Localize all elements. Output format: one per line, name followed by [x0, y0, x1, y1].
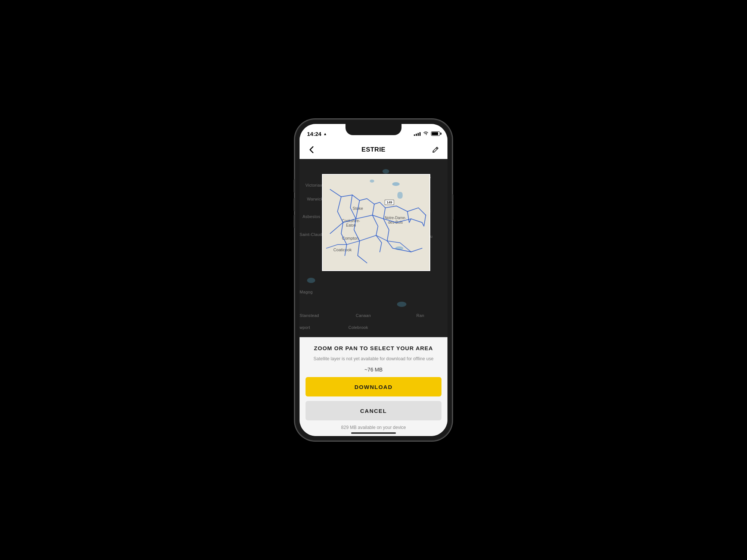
page-title: ESTRIE [362, 146, 385, 153]
map-label-newport: wport [300, 325, 310, 330]
file-size: ~76 MB [365, 367, 383, 373]
map-label-saintclaude: Saint-Claude [300, 232, 325, 237]
water-body [397, 302, 406, 307]
back-button[interactable] [306, 144, 317, 156]
download-button[interactable]: DOWNLOAD [306, 377, 441, 396]
cancel-button[interactable]: CANCEL [306, 401, 441, 420]
battery-icon [431, 131, 440, 136]
map-area[interactable]: Thetford Mines Victoriaville Warwick Ham… [300, 159, 447, 357]
map-label-stanstead: Stanstead [300, 313, 319, 318]
status-icons [414, 131, 440, 137]
map-label-warwick: Warwick [307, 197, 323, 201]
wifi-icon [423, 131, 429, 137]
map-label-magog: Magog [300, 290, 313, 294]
storage-text: 829 MB available on your device [341, 425, 406, 430]
signal-bars-icon [414, 131, 421, 136]
location-icon: ▲ [323, 132, 327, 136]
map-background: Thetford Mines Victoriaville Warwick Ham… [300, 159, 447, 357]
edit-button[interactable] [430, 144, 441, 156]
phone-frame: 14:24 ▲ [295, 119, 452, 441]
map-label-asbestos: Asbestos [303, 214, 320, 219]
zoom-title: ZOOM OR PAN TO SELECT YOUR AREA [314, 345, 433, 351]
map-label-ran: Ran [416, 313, 424, 318]
satellite-notice: Satellite layer is not yet available for… [313, 356, 433, 362]
water-body [307, 278, 315, 283]
map-label-colebrook: Colebrook [348, 325, 368, 330]
notch [345, 124, 402, 135]
home-indicator [351, 432, 396, 434]
nav-bar: ESTRIE [300, 140, 447, 159]
route-svg [323, 175, 430, 270]
map-selected-area: Stoke Cookshire-Eaton Notre-Dame-des-Boi… [322, 174, 430, 271]
map-label-canaan: Canaan [356, 313, 371, 318]
bottom-panel: ZOOM OR PAN TO SELECT YOUR AREA Satellit… [300, 337, 447, 436]
status-time: 14:24 ▲ [307, 131, 327, 137]
water-body [382, 169, 389, 174]
phone-screen: 14:24 ▲ [300, 124, 447, 436]
